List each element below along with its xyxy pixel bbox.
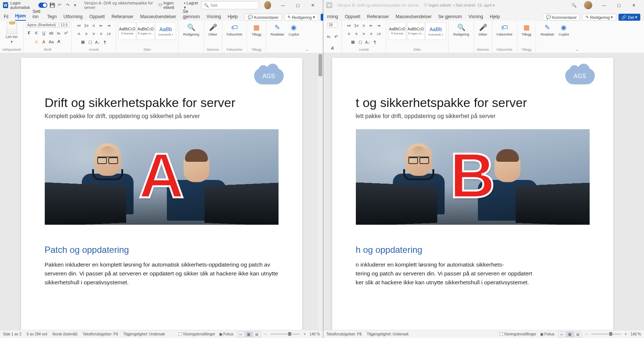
- tab-hjem[interactable]: Hjem: [15, 13, 26, 21]
- qat-dropdown-icon[interactable]: ▾: [74, 3, 79, 8]
- editing-button[interactable]: 🔍Redigering: [451, 22, 472, 37]
- subtitle[interactable]: Komplett pakke for drift, oppdatering og…: [45, 113, 279, 120]
- tab-referanser[interactable]: Referanser: [111, 14, 133, 21]
- tab-referanser[interactable]: Referanser: [367, 14, 389, 21]
- page[interactable]: AGS Drift og sikkerhetspakke for server …: [21, 58, 302, 330]
- style-normal[interactable]: AaBbCcD¶ Normal: [388, 22, 406, 40]
- editing-mode-button[interactable]: ✎ Redigering ▾: [284, 14, 318, 21]
- minimize-button[interactable]: —: [276, 0, 290, 10]
- document-area[interactable]: AGS Drift og sikkerhetspakke for server …: [0, 53, 323, 330]
- align-center-button[interactable]: ≡: [353, 30, 360, 37]
- borders-button[interactable]: ▢: [87, 39, 94, 46]
- collapse-ribbon-button[interactable]: ⌄: [573, 21, 581, 53]
- show-marks-button[interactable]: ¶: [372, 39, 378, 46]
- indent-dec-button[interactable]: ⇤: [98, 22, 105, 29]
- editing-button[interactable]: 🔍Redigering: [181, 22, 202, 37]
- subscript-button[interactable]: x₂: [55, 30, 62, 36]
- align-right-button[interactable]: ≡: [91, 30, 97, 37]
- align-right-button[interactable]: ≡: [361, 30, 367, 37]
- tab-tegn[interactable]: Tegn: [47, 14, 57, 21]
- editing-mode-button[interactable]: ✎ Redigering ▾: [582, 14, 616, 21]
- minimize-button[interactable]: —: [597, 0, 611, 10]
- tab-oppsett[interactable]: Oppsett: [345, 14, 360, 21]
- italic-button[interactable]: K: [33, 30, 40, 36]
- editor-button[interactable]: ✎Redaktør: [268, 22, 286, 37]
- style-heading1[interactable]: AaBbOverskrift 1: [155, 22, 176, 40]
- share-button[interactable]: 🔗 Del ▾: [618, 14, 640, 21]
- zoom-level[interactable]: 140 %: [310, 332, 320, 336]
- subtitle[interactable]: lett pakke for drift, oppdatering og sik…: [356, 113, 590, 120]
- superscript-button[interactable]: x²: [333, 33, 340, 40]
- close-button[interactable]: ✕: [305, 0, 320, 10]
- avatar[interactable]: [264, 1, 271, 9]
- toggle-on-icon[interactable]: [38, 3, 47, 8]
- strike-button[interactable]: ab: [48, 30, 55, 36]
- multilevel-button[interactable]: ≡: [361, 22, 367, 29]
- avatar[interactable]: [584, 1, 592, 9]
- read-mode-button[interactable]: ▭: [558, 331, 566, 337]
- heading-2[interactable]: h og oppdatering: [356, 245, 590, 255]
- web-layout-button[interactable]: ▤: [253, 331, 261, 337]
- indent-inc-button[interactable]: ⇥: [105, 22, 112, 29]
- indent-dec-button[interactable]: ⇤: [368, 22, 375, 29]
- tab-hjelp[interactable]: Hjelp: [490, 14, 500, 21]
- hero-image[interactable]: B: [356, 129, 590, 225]
- borders-button[interactable]: ▢: [357, 39, 364, 46]
- scroll-thumb[interactable]: [318, 54, 322, 76]
- dictate-button[interactable]: 🎤Dikter: [476, 22, 490, 37]
- tab-segjennom[interactable]: Se gjennom: [183, 9, 200, 21]
- dictate-button[interactable]: 🎤Dikter: [206, 22, 220, 37]
- sensitivity-button[interactable]: 🏷Følsomhet: [495, 22, 515, 37]
- shading-button[interactable]: ▦: [80, 39, 86, 46]
- search-input[interactable]: 🔍 Søk: [201, 1, 259, 9]
- addins-button[interactable]: ▦Tillegg: [519, 22, 533, 37]
- zoom-level[interactable]: 140 %: [631, 332, 641, 336]
- maximize-button[interactable]: ▢: [290, 0, 305, 10]
- body-paragraph[interactable]: n inkluderer en komplett løsning for aut…: [356, 260, 590, 287]
- word-count[interactable]: 0 av 294 ord: [27, 332, 47, 336]
- tab-visning[interactable]: Visning: [469, 14, 483, 21]
- style-heading1[interactable]: AaBbOverskrift 1: [425, 22, 446, 40]
- line-spacing-button[interactable]: ↕≡: [375, 30, 382, 37]
- save-status[interactable]: • Sist endret: 15. april ▾: [453, 3, 495, 8]
- clear-format-button[interactable]: A̸: [329, 45, 336, 51]
- bold-button[interactable]: F: [26, 30, 33, 36]
- bullets-button[interactable]: •≡: [76, 22, 82, 29]
- underline-button[interactable]: U: [41, 30, 47, 36]
- heading-1[interactable]: Drift og sikkerhetspakke for server: [45, 96, 279, 110]
- tab-fil[interactable]: Fil: [4, 14, 9, 21]
- print-layout-button[interactable]: ▦: [245, 331, 253, 337]
- heading-1[interactable]: t og sikkerhetspakke for server: [356, 96, 590, 110]
- style-nospacing[interactable]: AaBbCcD¶ Ingen m...: [407, 22, 425, 40]
- undo-icon[interactable]: ↶: [58, 3, 63, 8]
- subscript-button[interactable]: x₂: [326, 33, 332, 40]
- read-mode-button[interactable]: ▭: [237, 331, 245, 337]
- maximize-button[interactable]: ▢: [611, 0, 626, 10]
- style-normal[interactable]: AaBbCcD¶ Normal: [118, 22, 136, 40]
- sort-button[interactable]: A↓: [364, 39, 371, 46]
- scrollbar[interactable]: [318, 53, 323, 330]
- print-layout-button[interactable]: ▦: [566, 331, 574, 337]
- highlight-button[interactable]: A: [33, 39, 40, 45]
- collapse-ribbon-button[interactable]: ⌄: [303, 21, 311, 53]
- justify-button[interactable]: ≡: [98, 30, 105, 37]
- align-left-button[interactable]: ≡: [346, 30, 353, 37]
- superscript-button[interactable]: x²: [63, 30, 70, 36]
- addins-button[interactable]: ▦Tillegg: [249, 22, 263, 37]
- body-paragraph[interactable]: Pakken inkluderer en komplett løsning fo…: [45, 260, 279, 287]
- line-spacing-button[interactable]: ↕≡: [105, 30, 112, 37]
- focus-mode[interactable]: ▣ Fokus: [540, 332, 554, 336]
- autosave-toggle[interactable]: Lagre automatisk: [10, 1, 47, 10]
- zoom-out-button[interactable]: −: [586, 332, 588, 336]
- sort-button[interactable]: A↓: [94, 39, 101, 46]
- sensitivity-button[interactable]: 🏷Følsomhet: [225, 22, 245, 37]
- tab-masseutsendelser[interactable]: Masseutsendelser: [395, 14, 431, 21]
- copilot-button[interactable]: ◉Copilot: [556, 22, 571, 37]
- zoom-in-button[interactable]: +: [304, 332, 306, 336]
- save-icon[interactable]: 💾: [50, 3, 55, 8]
- style-nospacing[interactable]: AaBbCcD¶ Ingen m...: [137, 22, 155, 40]
- page[interactable]: AGS t og sikkerhetspakke for server lett…: [332, 58, 613, 330]
- search-button[interactable]: 🔍: [569, 1, 579, 9]
- change-case-button[interactable]: Aa: [48, 39, 55, 45]
- language-indicator[interactable]: Norsk (bokmål): [53, 332, 78, 336]
